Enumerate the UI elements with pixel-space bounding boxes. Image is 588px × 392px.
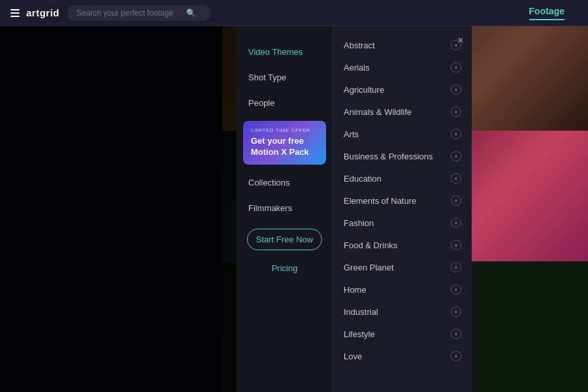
promo-limited-label: LIMITED TIME OFFER	[251, 127, 318, 133]
close-button[interactable]: ×	[454, 34, 467, 47]
plus-icon: +	[451, 284, 461, 295]
start-free-button[interactable]: Start Free Now	[247, 229, 322, 250]
plus-icon: +	[451, 173, 461, 184]
logo[interactable]: artgrid	[10, 7, 59, 18]
logo-text: artgrid	[26, 7, 59, 18]
promo-banner[interactable]: LIMITED TIME OFFER Get your free Motion …	[243, 121, 326, 165]
plus-icon: +	[451, 106, 461, 117]
theme-label: Elements of Nature	[344, 196, 416, 206]
theme-item[interactable]: Industrial+	[333, 301, 472, 323]
theme-item[interactable]: Fashion+	[333, 212, 472, 234]
theme-item[interactable]: Arts+	[333, 123, 472, 145]
nav-item-people[interactable]: People	[237, 90, 333, 116]
theme-label: Arts	[344, 129, 359, 139]
left-overlay	[0, 0, 238, 392]
dropdown-panel: Video Themes Shot Type People LIMITED TI…	[237, 26, 472, 392]
plus-icon: +	[451, 62, 461, 73]
plus-icon: +	[451, 218, 461, 228]
theme-item[interactable]: Aerials+	[333, 56, 472, 78]
theme-item[interactable]: Lifestyle+	[333, 323, 472, 345]
theme-item[interactable]: Love+	[333, 345, 472, 367]
theme-label: Fashion	[344, 218, 374, 228]
plus-icon: +	[451, 129, 461, 139]
plus-icon: +	[451, 195, 461, 206]
plus-icon: +	[451, 84, 461, 95]
plus-icon: +	[451, 306, 461, 317]
theme-item[interactable]: Elements of Nature+	[333, 189, 472, 212]
promo-title: Get your free Motion X Pack	[251, 136, 318, 158]
theme-label: Agriculture	[344, 85, 384, 95]
nav-footage[interactable]: Footage	[529, 6, 564, 20]
theme-item[interactable]: Home+	[333, 278, 472, 301]
plus-icon: +	[451, 262, 461, 272]
nav-item-filmmakers[interactable]: Filmmakers	[237, 195, 333, 221]
theme-label: Green Planet	[344, 263, 394, 272]
hamburger-icon[interactable]	[10, 9, 20, 17]
theme-item[interactable]: Abstract+	[333, 34, 472, 56]
theme-label: Lifestyle	[344, 329, 375, 339]
theme-item[interactable]: Business & Professions+	[333, 145, 472, 167]
theme-item[interactable]: Agriculture+	[333, 78, 472, 101]
theme-item[interactable]: Food & Drinks+	[333, 234, 472, 256]
theme-label: Animals & Wildlife	[344, 107, 412, 117]
theme-item[interactable]: Education+	[333, 167, 472, 189]
left-navigation: Video Themes Shot Type People LIMITED TI…	[237, 26, 333, 392]
theme-item[interactable]: Green Planet+	[333, 256, 472, 278]
nav-item-shot-type[interactable]: Shot Type	[237, 65, 333, 90]
theme-label: Abstract	[344, 41, 375, 50]
theme-label: Business & Professions	[344, 152, 433, 161]
theme-label: Love	[344, 351, 362, 361]
search-bar[interactable]: 🔍	[67, 5, 211, 21]
plus-icon: +	[451, 351, 461, 361]
pricing-link[interactable]: Pricing	[237, 258, 333, 278]
theme-label: Food & Drinks	[344, 240, 397, 250]
search-input[interactable]	[76, 8, 181, 18]
theme-label: Aerials	[344, 63, 370, 73]
nav-item-collections[interactable]: Collections	[237, 170, 333, 195]
theme-item[interactable]: Animals & Wildlife+	[333, 101, 472, 123]
theme-label: Home	[344, 285, 367, 295]
theme-label: Industrial	[344, 307, 378, 317]
plus-icon: +	[451, 151, 461, 161]
theme-label: Education	[344, 174, 382, 184]
search-icon: 🔍	[186, 8, 196, 18]
plus-icon: +	[451, 329, 461, 339]
nav-item-video-themes[interactable]: Video Themes	[237, 39, 333, 65]
header: artgrid 🔍 Footage	[0, 0, 588, 26]
themes-list: Abstract+Aerials+Agriculture+Animals & W…	[333, 26, 472, 392]
plus-icon: +	[451, 240, 461, 250]
